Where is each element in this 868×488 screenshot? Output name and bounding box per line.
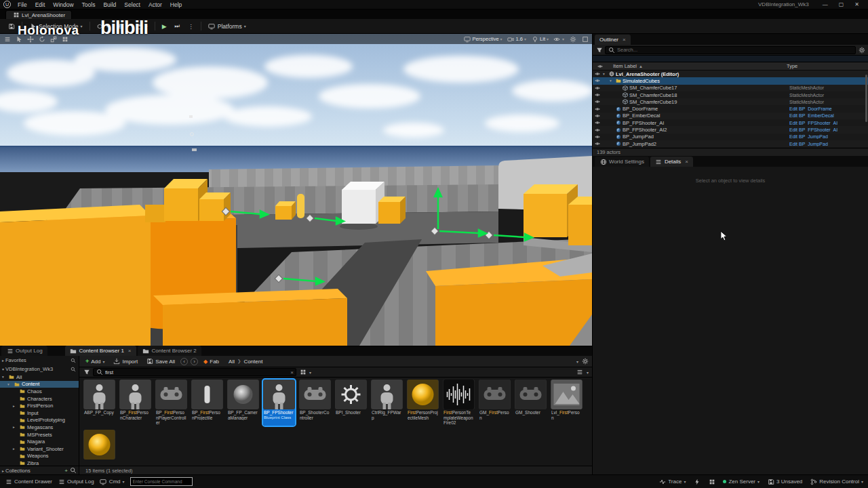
viewport-menu-icon[interactable] [3,35,11,43]
scale-tool-icon[interactable] [50,35,57,43]
folder-item-content[interactable]: ▾Content [0,381,79,388]
outliner-row[interactable]: BP_JumpPad2Edit BP_JumpPad [593,140,868,147]
unsaved-button[interactable]: 3 Unsaved [767,478,802,485]
maximize-button[interactable]: ▢ [839,1,844,7]
outliner-search-input[interactable] [605,46,856,54]
menu-item-build[interactable]: Build [99,1,120,8]
minimize-button[interactable]: — [823,1,828,7]
asset-tile[interactable]: GM_FirstPerson [479,380,511,426]
asset-tile[interactable]: FirstPersonProjectileMesh [407,380,439,426]
outliner-row[interactable]: BP_EmberDecalEdit BP_EmberDecal [593,113,868,119]
asset-search-input[interactable]: × [93,368,296,376]
menu-item-window[interactable]: Window [49,1,77,8]
outliner-row[interactable]: BP_DoorFrameEdit BP_DoorFrame [593,105,868,112]
clear-search-icon[interactable]: × [290,369,294,375]
actor-type[interactable]: Edit BP_FPShooter_AI [789,121,868,125]
platforms-dropdown[interactable]: Platforms▾ [205,21,250,31]
quick-add-button[interactable]: ▾ [94,21,112,31]
back-button[interactable]: ‹ [180,358,188,365]
menu-item-file[interactable]: File [14,1,31,8]
snap-grid-icon[interactable] [61,35,68,43]
view-mode-dropdown[interactable]: Lit▾ [531,35,549,43]
show-flags-dropdown[interactable]: ▾ [553,35,564,43]
outliner-row[interactable]: SM_ChamferCube19StaticMeshActor [593,98,868,105]
import-button[interactable]: Import [111,357,141,366]
tab-content-browser-2[interactable]: Content Browser 2 [138,346,201,356]
perspective-dropdown[interactable]: Perspective▾ [463,35,502,43]
tab-output-log[interactable]: Output Log [1,346,47,356]
frame-skip-button[interactable]: ⏭ [172,21,184,31]
outliner-header[interactable]: Item Label▲ Type [593,62,868,70]
asset-tile[interactable]: BP_FirstPersonProjectile [191,380,223,426]
outliner-row[interactable]: SM_ChamferCube18StaticMeshActor [593,92,868,98]
add-collection-icon[interactable]: + [64,468,68,474]
asset-tile[interactable]: GM_Shooter [515,380,547,426]
camera-speed-button[interactable]: 1.6▾ [507,35,526,43]
outliner-row[interactable]: BP_JumpPadEdit BP_JumpPad [593,134,868,140]
close-icon[interactable]: × [623,37,626,43]
forward-button[interactable]: › [191,358,198,365]
asset-tile[interactable] [83,430,115,460]
outliner-row[interactable]: BP_FPShooter_AI2Edit BP_FPShooter_AI [593,126,868,133]
tab-level[interactable]: Lvl_ArenaShooter [5,10,72,19]
folder-item-input[interactable]: Input [0,409,79,417]
asset-tile[interactable]: CtrlRig_FPWarp [371,380,403,426]
close-button[interactable]: ✕ [854,1,859,7]
folder-item-weapons[interactable]: Weapons [0,453,79,460]
outliner-row[interactable]: SM_ChamferCube17StaticMeshActor [593,85,868,92]
item-label-header[interactable]: Item Label [613,63,637,69]
asset-tile-selected[interactable]: BP_FPShooterBlueprint Class [263,380,295,426]
dock-options-icon[interactable]: ▾ [576,359,578,364]
type-header[interactable]: Type [787,63,865,69]
content-drawer-button[interactable]: Content Drawer [5,478,52,485]
project-section[interactable]: ▾VDBIntegration_Wk3 [0,365,79,373]
close-icon[interactable]: × [685,159,688,165]
play-options-button[interactable]: ⋮ [184,22,197,31]
folder-item-mspresets[interactable]: MSPresets [0,431,79,439]
outliner-settings-icon[interactable] [858,46,865,54]
zen-server-dropdown[interactable]: Zen Server▾ [723,479,760,485]
play-button[interactable]: ▶ [159,22,170,31]
select-tool-icon[interactable] [15,35,22,43]
outliner-scrollbar[interactable] [865,75,867,122]
asset-filter-icon[interactable] [83,369,90,376]
asset-tile[interactable]: BP_FirstPersonCharacter [119,380,151,426]
folder-item-variant_shooter[interactable]: ▸Variant_Shooter [0,445,79,453]
folder-item-megascans[interactable]: ▸Megascans [0,424,79,431]
asset-tile[interactable]: ABP_FP_Copy [83,380,115,426]
folder-item-zibra[interactable]: Zibra [0,460,79,466]
menu-item-actor[interactable]: Actor [144,1,166,8]
folder-item-levelprototyping[interactable]: LevelPrototyping [0,417,79,424]
rotate-tool-icon[interactable] [38,35,45,43]
console-command-input[interactable] [130,477,193,486]
breadcrumb-content[interactable]: Content [243,359,262,365]
search-icon[interactable] [69,467,77,474]
outliner-row[interactable]: BP_FPShooter_AIEdit BP_FPShooter_AI [593,119,868,126]
trace-dropdown[interactable]: Trace▾ [658,478,686,485]
breadcrumb-all[interactable]: All [229,359,235,365]
asset-tile[interactable]: BP_FP_CameraManager [227,380,259,426]
cmd-dropdown[interactable]: Cmd▾ [100,478,125,485]
folder-item-characters[interactable]: Characters [0,395,79,403]
tab-outliner[interactable]: Outliner × [595,35,631,45]
actor-type[interactable]: Edit BP_DoorFrame [789,106,868,111]
cb-settings-icon[interactable] [581,358,589,365]
actor-type[interactable]: Edit BP_FPShooter_AI [789,127,868,132]
actor-type[interactable]: Edit BP_JumpPad [789,142,868,146]
menu-item-tools[interactable]: Tools [78,1,100,8]
outliner-row[interactable]: ▾SimulatedCubes [593,77,868,84]
save-all-button[interactable]: Save All [143,357,178,366]
insights-icon[interactable] [708,478,715,485]
actor-type[interactable]: Edit BP_EmberDecal [789,113,868,118]
fab-button[interactable]: ◆Fab [201,358,222,365]
menu-item-select[interactable]: Select [120,1,144,8]
derived-data-icon[interactable] [693,478,701,485]
outliner-row[interactable]: ▾Lvl_ArenaShooter (Editor) [593,70,868,77]
folder-item-firstperson[interactable]: ▸FirstPerson [0,402,79,409]
menu-item-edit[interactable]: Edit [31,1,50,8]
search-icon[interactable] [69,365,77,373]
close-icon[interactable]: × [128,348,132,354]
sort-options-icon[interactable] [576,369,584,376]
revision-control-dropdown[interactable]: Revision Control▾ [810,478,863,485]
menu-item-help[interactable]: Help [166,1,186,8]
